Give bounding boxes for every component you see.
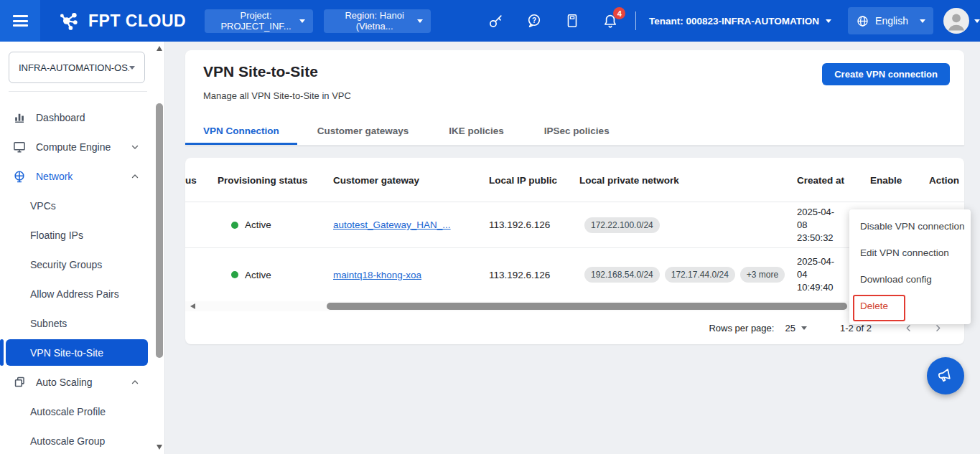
created-at-cell: 2025-04-08 23:50:32 [797, 202, 847, 247]
megaphone-icon [935, 365, 957, 387]
scroll-down-arrow-icon[interactable] [157, 445, 162, 450]
sidebar-divider [9, 91, 147, 92]
sidebar-item-label: Dashboard [36, 112, 85, 123]
sidebar-item-label: Network [36, 171, 73, 182]
key-icon[interactable] [487, 11, 505, 30]
network-globe-icon [11, 169, 27, 184]
navbar-icon-group: ? 4 [487, 11, 620, 30]
customer-gateway-cell: maintq18-khong-xoa [333, 248, 487, 301]
vpn-table-card: us Provisioning status Customer gateway … [185, 158, 964, 344]
svg-text:?: ? [532, 16, 536, 24]
sidebar-item-autoscale-profile[interactable]: Autoscale Profile [0, 397, 157, 426]
feedback-fab-button[interactable] [927, 357, 964, 394]
chevron-down-icon [417, 19, 423, 23]
tab-ike-policies[interactable]: IKE policies [429, 118, 524, 145]
sidebar-item-auto-scaling[interactable]: Auto Scaling [0, 367, 157, 397]
network-chip-more[interactable]: +3 more [740, 267, 785, 283]
chevron-up-icon [130, 171, 140, 181]
project-dropdown-label: Project: PROJECT_INF... [213, 10, 299, 32]
page-title: VPN Site-to-Site [203, 63, 318, 80]
sidebar-item-dashboard[interactable]: Dashboard [0, 103, 157, 132]
tab-customer-gateways[interactable]: Customer gateways [297, 118, 429, 145]
share-network-icon [57, 9, 82, 33]
sidebar-nav: Dashboard Compute Engine Network [0, 103, 157, 454]
sidebar-item-compute-engine[interactable]: Compute Engine [0, 132, 157, 161]
docs-book-icon[interactable] [563, 11, 582, 30]
local-ip-cell: 113.192.6.126 [489, 248, 578, 301]
tab-ipsec-policies[interactable]: IPSec policies [524, 118, 630, 145]
sidebar-item-label: Autoscale Group [30, 435, 105, 447]
tenant-selector[interactable]: Tenant: 000823-INFRA-AUTOMATION [649, 16, 831, 27]
workspace-selector[interactable]: INFRA-AUTOMATION-OS... [9, 52, 145, 83]
rows-per-page-select[interactable]: 25 [785, 323, 806, 334]
sidebar-item-vpcs[interactable]: VPCs [0, 191, 157, 220]
create-vpn-connection-button[interactable]: Create VPN connection [822, 63, 950, 85]
private-network-cell: 172.22.100.0/24 [584, 202, 800, 247]
sidebar-item-subnets[interactable]: Subnets [0, 308, 157, 338]
sidebar-item-vpn-site-to-site[interactable]: VPN Site-to-Site [6, 339, 148, 366]
user-menu[interactable] [943, 8, 980, 34]
gateway-link[interactable]: autotest_Gateway_HAN_... [333, 219, 451, 230]
top-navbar: FPT CLOUD Project: PROJECT_INF... Region… [0, 0, 980, 42]
table-row: Active autotest_Gateway_HAN_... 113.192.… [185, 202, 964, 247]
network-chip: 172.22.100.0/24 [584, 217, 660, 233]
provisioning-status-cell: Active [231, 248, 332, 301]
scrollbar-thumb[interactable] [156, 103, 163, 358]
sidebar-item-autoscale-group[interactable]: Autoscale Group [0, 426, 157, 454]
sidebar-item-label: VPN Site-to-Site [30, 347, 103, 359]
sidebar-item-label: VPCs [30, 200, 56, 212]
scroll-up-arrow-icon[interactable] [157, 46, 162, 51]
customer-gateway-cell: autotest_Gateway_HAN_... [333, 202, 487, 247]
created-at-text: 2025-04-08 23:50:32 [797, 206, 841, 245]
tenant-label: Tenant: 000823-INFRA-AUTOMATION [649, 16, 819, 27]
sidebar-item-label: Auto Scaling [36, 377, 93, 388]
app-root: FPT CLOUD Project: PROJECT_INF... Region… [0, 0, 980, 454]
menu-item-download-config[interactable]: Download config [849, 266, 971, 293]
monitor-icon [11, 139, 27, 155]
language-selector[interactable]: English [848, 7, 933, 34]
created-at-text: 2025-04-04 10:49:40 [797, 255, 841, 294]
sidebar: INFRA-AUTOMATION-OS... Dashboard Compute… [0, 42, 165, 454]
gateway-link[interactable]: maintq18-khong-xoa [333, 270, 421, 280]
menu-item-delete[interactable]: Delete [849, 293, 971, 319]
col-provisioning-status: Provisioning status [218, 158, 307, 202]
tab-vpn-connection[interactable]: VPN Connection [185, 118, 297, 145]
chevron-down-icon [299, 19, 305, 23]
region-dropdown[interactable]: Region: Hanoi (Vietna... [324, 9, 431, 33]
table-header-row: us Provisioning status Customer gateway … [185, 158, 964, 202]
horizontal-scrollbar[interactable] [185, 301, 964, 311]
sidebar-item-floating-ips[interactable]: Floating IPs [0, 220, 157, 250]
menu-item-edit-vpn-connection[interactable]: Edit VPN connection [849, 240, 971, 266]
chevron-down-icon [130, 142, 140, 152]
col-local-ip-public: Local IP public [489, 158, 557, 202]
created-at-cell: 2025-04-04 10:49:40 [797, 248, 847, 301]
menu-toggle-button[interactable] [0, 0, 40, 42]
notifications-bell-icon[interactable]: 4 [601, 11, 620, 30]
pagination-bar: Rows per page: 25 1-2 of 2 [185, 311, 964, 344]
row-action-context-menu: Disable VPN connection Edit VPN connecti… [849, 209, 971, 324]
notification-badge: 4 [613, 7, 625, 19]
chevron-down-icon [129, 66, 135, 70]
menu-item-disable-vpn-connection[interactable]: Disable VPN connection [849, 213, 971, 240]
chevron-up-icon [130, 377, 140, 387]
tab-bar: VPN Connection Customer gateways IKE pol… [185, 118, 964, 146]
provisioning-status-cell: Active [231, 202, 332, 247]
page-subtitle: Manage all VPN Site-to-Site in VPC [203, 90, 351, 101]
sidebar-item-network[interactable]: Network [0, 161, 157, 191]
project-dropdown[interactable]: Project: PROJECT_INF... [205, 9, 313, 33]
sidebar-item-security-groups[interactable]: Security Groups [0, 250, 157, 279]
status-dot-icon [231, 271, 238, 278]
col-enable: Enable [870, 158, 902, 202]
sidebar-scrollbar[interactable] [156, 43, 164, 453]
scrollbar-thumb[interactable] [327, 303, 847, 310]
sidebar-item-label: Security Groups [30, 259, 102, 270]
scroll-left-arrow-icon[interactable] [190, 303, 195, 309]
active-item-edge [0, 339, 4, 366]
network-chip: 192.168.54.0/24 [584, 267, 660, 283]
sidebar-item-allow-address-pairs[interactable]: Allow Address Pairs [0, 279, 157, 308]
navbar-divider [635, 11, 636, 30]
chat-question-icon[interactable]: ? [525, 11, 543, 30]
private-network-cell: 192.168.54.0/24 172.17.44.0/24 +3 more [584, 248, 803, 301]
col-status-truncated: us [185, 158, 214, 202]
col-customer-gateway: Customer gateway [333, 158, 419, 202]
